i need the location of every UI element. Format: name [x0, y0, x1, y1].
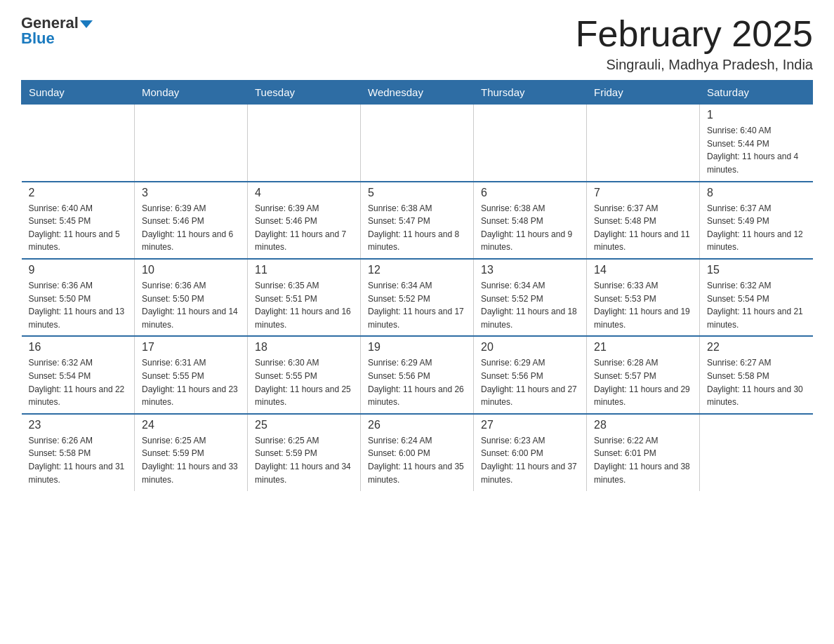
calendar-header: Sunday Monday Tuesday Wednesday Thursday… [22, 81, 813, 105]
calendar-cell: 23Sunrise: 6:26 AM Sunset: 5:58 PM Dayli… [22, 414, 135, 491]
day-info: Sunrise: 6:25 AM Sunset: 5:59 PM Dayligh… [255, 434, 353, 486]
day-info: Sunrise: 6:36 AM Sunset: 5:50 PM Dayligh… [142, 279, 240, 331]
day-number: 19 [368, 341, 466, 354]
calendar-cell: 22Sunrise: 6:27 AM Sunset: 5:58 PM Dayli… [700, 336, 813, 413]
day-info: Sunrise: 6:24 AM Sunset: 6:00 PM Dayligh… [368, 434, 466, 486]
calendar-cell: 26Sunrise: 6:24 AM Sunset: 6:00 PM Dayli… [361, 414, 474, 491]
day-info: Sunrise: 6:33 AM Sunset: 5:53 PM Dayligh… [594, 279, 692, 331]
day-info: Sunrise: 6:31 AM Sunset: 5:55 PM Dayligh… [142, 356, 240, 408]
day-info: Sunrise: 6:37 AM Sunset: 5:48 PM Dayligh… [594, 202, 692, 254]
day-info: Sunrise: 6:38 AM Sunset: 5:48 PM Dayligh… [481, 202, 579, 254]
day-info: Sunrise: 6:28 AM Sunset: 5:57 PM Dayligh… [594, 356, 692, 408]
day-info: Sunrise: 6:34 AM Sunset: 5:52 PM Dayligh… [368, 279, 466, 331]
calendar-cell: 14Sunrise: 6:33 AM Sunset: 5:53 PM Dayli… [587, 259, 700, 336]
day-number: 14 [594, 264, 692, 276]
day-number: 21 [594, 341, 692, 354]
day-number: 11 [255, 264, 353, 276]
day-info: Sunrise: 6:25 AM Sunset: 5:59 PM Dayligh… [142, 434, 240, 486]
calendar-row: 1Sunrise: 6:40 AM Sunset: 5:44 PM Daylig… [22, 105, 813, 182]
calendar-row: 9Sunrise: 6:36 AM Sunset: 5:50 PM Daylig… [22, 259, 813, 336]
calendar-row: 23Sunrise: 6:26 AM Sunset: 5:58 PM Dayli… [22, 414, 813, 491]
day-number: 12 [368, 264, 466, 276]
day-number: 5 [368, 187, 466, 199]
day-info: Sunrise: 6:34 AM Sunset: 5:52 PM Dayligh… [481, 279, 579, 331]
day-info: Sunrise: 6:32 AM Sunset: 5:54 PM Dayligh… [29, 356, 128, 408]
calendar-cell [700, 414, 813, 491]
day-number: 18 [255, 341, 353, 354]
day-info: Sunrise: 6:29 AM Sunset: 5:56 PM Dayligh… [368, 356, 466, 408]
day-info: Sunrise: 6:26 AM Sunset: 5:58 PM Dayligh… [29, 434, 128, 486]
calendar-table: Sunday Monday Tuesday Wednesday Thursday… [21, 80, 813, 491]
day-info: Sunrise: 6:40 AM Sunset: 5:44 PM Dayligh… [707, 124, 806, 176]
header-saturday: Saturday [700, 81, 813, 105]
calendar-cell: 3Sunrise: 6:39 AM Sunset: 5:46 PM Daylig… [135, 182, 248, 259]
calendar-cell: 5Sunrise: 6:38 AM Sunset: 5:47 PM Daylig… [361, 182, 474, 259]
day-number: 16 [29, 341, 128, 354]
day-info: Sunrise: 6:30 AM Sunset: 5:55 PM Dayligh… [255, 356, 353, 408]
calendar-cell [474, 105, 587, 182]
calendar-cell: 8Sunrise: 6:37 AM Sunset: 5:49 PM Daylig… [700, 182, 813, 259]
day-info: Sunrise: 6:40 AM Sunset: 5:45 PM Dayligh… [29, 202, 128, 254]
day-number: 17 [142, 341, 240, 354]
calendar-cell: 1Sunrise: 6:40 AM Sunset: 5:44 PM Daylig… [700, 105, 813, 182]
calendar-cell: 10Sunrise: 6:36 AM Sunset: 5:50 PM Dayli… [135, 259, 248, 336]
title-area: February 2025 Singrauli, Madhya Pradesh,… [576, 14, 813, 73]
calendar-cell: 27Sunrise: 6:23 AM Sunset: 6:00 PM Dayli… [474, 414, 587, 491]
day-number: 2 [29, 187, 128, 199]
day-number: 1 [707, 109, 806, 121]
calendar-cell: 24Sunrise: 6:25 AM Sunset: 5:59 PM Dayli… [135, 414, 248, 491]
calendar-cell: 28Sunrise: 6:22 AM Sunset: 6:01 PM Dayli… [587, 414, 700, 491]
header-friday: Friday [587, 81, 700, 105]
calendar-cell: 21Sunrise: 6:28 AM Sunset: 5:57 PM Dayli… [587, 336, 700, 413]
day-number: 7 [594, 187, 692, 199]
day-info: Sunrise: 6:35 AM Sunset: 5:51 PM Dayligh… [255, 279, 353, 331]
calendar-cell: 2Sunrise: 6:40 AM Sunset: 5:45 PM Daylig… [22, 182, 135, 259]
day-number: 13 [481, 264, 579, 276]
calendar-cell: 12Sunrise: 6:34 AM Sunset: 5:52 PM Dayli… [361, 259, 474, 336]
day-number: 27 [481, 419, 579, 431]
location-title: Singrauli, Madhya Pradesh, India [576, 57, 813, 73]
day-info: Sunrise: 6:23 AM Sunset: 6:00 PM Dayligh… [481, 434, 579, 486]
day-number: 4 [255, 187, 353, 199]
header-wednesday: Wednesday [361, 81, 474, 105]
day-number: 20 [481, 341, 579, 354]
day-number: 26 [368, 419, 466, 431]
day-info: Sunrise: 6:38 AM Sunset: 5:47 PM Dayligh… [368, 202, 466, 254]
day-number: 24 [142, 419, 240, 431]
header-thursday: Thursday [474, 81, 587, 105]
calendar-cell [587, 105, 700, 182]
day-number: 10 [142, 264, 240, 276]
page-header: General Blue February 2025 Singrauli, Ma… [21, 14, 813, 73]
calendar-cell: 25Sunrise: 6:25 AM Sunset: 5:59 PM Dayli… [248, 414, 361, 491]
calendar-cell: 13Sunrise: 6:34 AM Sunset: 5:52 PM Dayli… [474, 259, 587, 336]
day-number: 25 [255, 419, 353, 431]
day-info: Sunrise: 6:27 AM Sunset: 5:58 PM Dayligh… [707, 356, 806, 408]
day-info: Sunrise: 6:32 AM Sunset: 5:54 PM Dayligh… [707, 279, 806, 331]
logo: General Blue [21, 14, 93, 48]
calendar-body: 1Sunrise: 6:40 AM Sunset: 5:44 PM Daylig… [22, 105, 813, 491]
day-number: 6 [481, 187, 579, 199]
calendar-cell: 11Sunrise: 6:35 AM Sunset: 5:51 PM Dayli… [248, 259, 361, 336]
header-tuesday: Tuesday [248, 81, 361, 105]
calendar-cell [361, 105, 474, 182]
calendar-cell: 17Sunrise: 6:31 AM Sunset: 5:55 PM Dayli… [135, 336, 248, 413]
day-number: 28 [594, 419, 692, 431]
header-sunday: Sunday [22, 81, 135, 105]
month-title: February 2025 [576, 14, 813, 54]
day-info: Sunrise: 6:37 AM Sunset: 5:49 PM Dayligh… [707, 202, 806, 254]
calendar-cell [22, 105, 135, 182]
day-number: 15 [707, 264, 806, 276]
day-number: 3 [142, 187, 240, 199]
calendar-cell: 16Sunrise: 6:32 AM Sunset: 5:54 PM Dayli… [22, 336, 135, 413]
day-number: 23 [29, 419, 128, 431]
day-info: Sunrise: 6:39 AM Sunset: 5:46 PM Dayligh… [142, 202, 240, 254]
logo-blue: Blue [21, 29, 55, 48]
header-row: Sunday Monday Tuesday Wednesday Thursday… [22, 81, 813, 105]
calendar-cell: 7Sunrise: 6:37 AM Sunset: 5:48 PM Daylig… [587, 182, 700, 259]
calendar-cell: 19Sunrise: 6:29 AM Sunset: 5:56 PM Dayli… [361, 336, 474, 413]
calendar-cell: 15Sunrise: 6:32 AM Sunset: 5:54 PM Dayli… [700, 259, 813, 336]
day-number: 9 [29, 264, 128, 276]
day-number: 22 [707, 341, 806, 354]
header-monday: Monday [135, 81, 248, 105]
calendar-cell: 20Sunrise: 6:29 AM Sunset: 5:56 PM Dayli… [474, 336, 587, 413]
